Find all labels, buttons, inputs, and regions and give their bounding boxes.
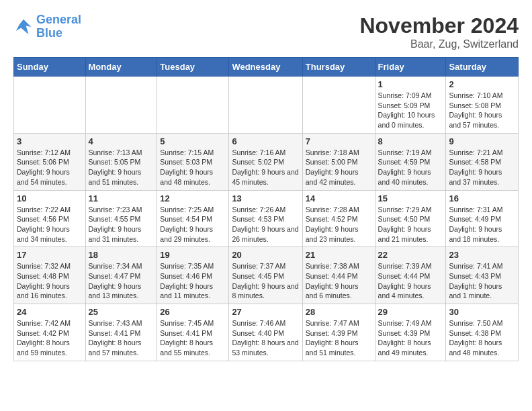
day-info: Sunrise: 7:10 AM Sunset: 5:08 PM Dayligh… xyxy=(449,91,515,130)
day-number: 26 xyxy=(160,307,226,317)
title-block: November 2024 Baar, Zug, Switzerland xyxy=(359,13,519,50)
calendar-cell: 1Sunrise: 7:09 AM Sunset: 5:09 PM Daylig… xyxy=(375,77,446,134)
day-number: 7 xyxy=(306,136,372,146)
calendar-cell: 23Sunrise: 7:41 AM Sunset: 4:43 PM Dayli… xyxy=(446,247,519,304)
calendar-cell: 8Sunrise: 7:19 AM Sunset: 4:59 PM Daylig… xyxy=(375,133,446,190)
day-info: Sunrise: 7:49 AM Sunset: 4:39 PM Dayligh… xyxy=(378,318,443,358)
day-info: Sunrise: 7:28 AM Sunset: 4:52 PM Dayligh… xyxy=(306,205,372,244)
day-info: Sunrise: 7:32 AM Sunset: 4:48 PM Dayligh… xyxy=(17,261,83,301)
day-info: Sunrise: 7:25 AM Sunset: 4:54 PM Dayligh… xyxy=(160,205,226,244)
day-info: Sunrise: 7:16 AM Sunset: 5:02 PM Dayligh… xyxy=(232,148,299,187)
calendar-cell: 12Sunrise: 7:25 AM Sunset: 4:54 PM Dayli… xyxy=(157,190,229,247)
weekday-header: Thursday xyxy=(302,58,375,77)
day-info: Sunrise: 7:23 AM Sunset: 4:55 PM Dayligh… xyxy=(89,205,154,244)
month-title: November 2024 xyxy=(359,13,519,38)
weekday-header: Tuesday xyxy=(157,58,229,77)
day-info: Sunrise: 7:41 AM Sunset: 4:43 PM Dayligh… xyxy=(449,261,515,301)
day-number: 4 xyxy=(89,136,154,146)
calendar-cell: 17Sunrise: 7:32 AM Sunset: 4:48 PM Dayli… xyxy=(14,247,86,304)
day-info: Sunrise: 7:13 AM Sunset: 5:05 PM Dayligh… xyxy=(89,148,154,187)
calendar-cell: 22Sunrise: 7:39 AM Sunset: 4:44 PM Dayli… xyxy=(375,247,446,304)
day-info: Sunrise: 7:38 AM Sunset: 4:44 PM Dayligh… xyxy=(306,261,372,301)
calendar-cell: 4Sunrise: 7:13 AM Sunset: 5:05 PM Daylig… xyxy=(85,133,157,190)
calendar-cell: 20Sunrise: 7:37 AM Sunset: 4:45 PM Dayli… xyxy=(229,247,302,304)
calendar-cell: 24Sunrise: 7:42 AM Sunset: 4:42 PM Dayli… xyxy=(14,304,86,361)
calendar-cell: 14Sunrise: 7:28 AM Sunset: 4:52 PM Dayli… xyxy=(302,190,375,247)
location-subtitle: Baar, Zug, Switzerland xyxy=(359,38,519,50)
day-number: 15 xyxy=(378,193,443,203)
logo-line1: General xyxy=(36,13,81,26)
day-number: 20 xyxy=(232,250,299,260)
calendar-cell: 27Sunrise: 7:46 AM Sunset: 4:40 PM Dayli… xyxy=(229,304,302,361)
logo-text: General Blue xyxy=(36,13,81,40)
calendar-body: 1Sunrise: 7:09 AM Sunset: 5:09 PM Daylig… xyxy=(14,77,519,361)
day-number: 1 xyxy=(378,79,443,89)
day-info: Sunrise: 7:29 AM Sunset: 4:50 PM Dayligh… xyxy=(378,205,443,244)
logo-line2: Blue xyxy=(36,27,81,40)
calendar-cell: 19Sunrise: 7:35 AM Sunset: 4:46 PM Dayli… xyxy=(157,247,229,304)
day-number: 8 xyxy=(378,136,443,146)
day-info: Sunrise: 7:19 AM Sunset: 4:59 PM Dayligh… xyxy=(378,148,443,187)
day-number: 10 xyxy=(17,193,83,203)
calendar-cell: 18Sunrise: 7:34 AM Sunset: 4:47 PM Dayli… xyxy=(85,247,157,304)
day-number: 14 xyxy=(306,193,372,203)
calendar-table: SundayMondayTuesdayWednesdayThursdayFrid… xyxy=(13,57,519,361)
day-number: 3 xyxy=(17,136,83,146)
logo: General Blue xyxy=(13,13,81,40)
day-number: 29 xyxy=(378,307,443,317)
day-number: 21 xyxy=(306,250,372,260)
calendar-cell: 2Sunrise: 7:10 AM Sunset: 5:08 PM Daylig… xyxy=(446,77,519,134)
svg-marker-0 xyxy=(16,19,32,35)
day-number: 23 xyxy=(449,250,515,260)
day-info: Sunrise: 7:21 AM Sunset: 4:58 PM Dayligh… xyxy=(449,148,515,187)
day-info: Sunrise: 7:42 AM Sunset: 4:42 PM Dayligh… xyxy=(17,318,83,358)
calendar-week-row: 24Sunrise: 7:42 AM Sunset: 4:42 PM Dayli… xyxy=(14,304,519,361)
day-number: 16 xyxy=(449,193,515,203)
calendar-week-row: 3Sunrise: 7:12 AM Sunset: 5:06 PM Daylig… xyxy=(14,133,519,190)
day-number: 6 xyxy=(232,136,299,146)
day-number: 13 xyxy=(232,193,299,203)
day-number: 28 xyxy=(306,307,372,317)
day-number: 22 xyxy=(378,250,443,260)
calendar-cell: 29Sunrise: 7:49 AM Sunset: 4:39 PM Dayli… xyxy=(375,304,446,361)
calendar-cell: 15Sunrise: 7:29 AM Sunset: 4:50 PM Dayli… xyxy=(375,190,446,247)
day-number: 12 xyxy=(160,193,226,203)
day-info: Sunrise: 7:12 AM Sunset: 5:06 PM Dayligh… xyxy=(17,148,83,187)
calendar-cell: 13Sunrise: 7:26 AM Sunset: 4:53 PM Dayli… xyxy=(229,190,302,247)
weekday-header: Friday xyxy=(375,58,446,77)
calendar-cell: 5Sunrise: 7:15 AM Sunset: 5:03 PM Daylig… xyxy=(157,133,229,190)
weekday-header: Monday xyxy=(85,58,157,77)
calendar-cell xyxy=(157,77,229,134)
day-info: Sunrise: 7:22 AM Sunset: 4:56 PM Dayligh… xyxy=(17,205,83,244)
calendar-cell: 25Sunrise: 7:43 AM Sunset: 4:41 PM Dayli… xyxy=(85,304,157,361)
day-info: Sunrise: 7:34 AM Sunset: 4:47 PM Dayligh… xyxy=(89,261,154,301)
day-info: Sunrise: 7:09 AM Sunset: 5:09 PM Dayligh… xyxy=(378,91,443,130)
calendar-week-row: 1Sunrise: 7:09 AM Sunset: 5:09 PM Daylig… xyxy=(14,77,519,134)
calendar-cell: 6Sunrise: 7:16 AM Sunset: 5:02 PM Daylig… xyxy=(229,133,302,190)
calendar-cell: 26Sunrise: 7:45 AM Sunset: 4:41 PM Dayli… xyxy=(157,304,229,361)
day-number: 27 xyxy=(232,307,299,317)
day-info: Sunrise: 7:26 AM Sunset: 4:53 PM Dayligh… xyxy=(232,205,299,244)
weekday-header: Wednesday xyxy=(229,58,302,77)
calendar-cell xyxy=(85,77,157,134)
day-info: Sunrise: 7:45 AM Sunset: 4:41 PM Dayligh… xyxy=(160,318,226,358)
day-number: 18 xyxy=(89,250,154,260)
day-info: Sunrise: 7:15 AM Sunset: 5:03 PM Dayligh… xyxy=(160,148,226,187)
calendar-cell: 16Sunrise: 7:31 AM Sunset: 4:49 PM Dayli… xyxy=(446,190,519,247)
day-info: Sunrise: 7:50 AM Sunset: 4:38 PM Dayligh… xyxy=(449,318,515,358)
day-info: Sunrise: 7:35 AM Sunset: 4:46 PM Dayligh… xyxy=(160,261,226,301)
day-number: 5 xyxy=(160,136,226,146)
day-number: 24 xyxy=(17,307,83,317)
day-number: 11 xyxy=(89,193,154,203)
calendar-cell: 3Sunrise: 7:12 AM Sunset: 5:06 PM Daylig… xyxy=(14,133,86,190)
day-number: 2 xyxy=(449,79,515,89)
calendar-cell: 30Sunrise: 7:50 AM Sunset: 4:38 PM Dayli… xyxy=(446,304,519,361)
day-number: 19 xyxy=(160,250,226,260)
logo-icon xyxy=(13,17,34,37)
calendar-cell: 7Sunrise: 7:18 AM Sunset: 5:00 PM Daylig… xyxy=(302,133,375,190)
day-info: Sunrise: 7:39 AM Sunset: 4:44 PM Dayligh… xyxy=(378,261,443,301)
calendar-cell: 21Sunrise: 7:38 AM Sunset: 4:44 PM Dayli… xyxy=(302,247,375,304)
calendar-cell xyxy=(229,77,302,134)
day-info: Sunrise: 7:18 AM Sunset: 5:00 PM Dayligh… xyxy=(306,148,372,187)
weekday-row: SundayMondayTuesdayWednesdayThursdayFrid… xyxy=(14,58,519,77)
